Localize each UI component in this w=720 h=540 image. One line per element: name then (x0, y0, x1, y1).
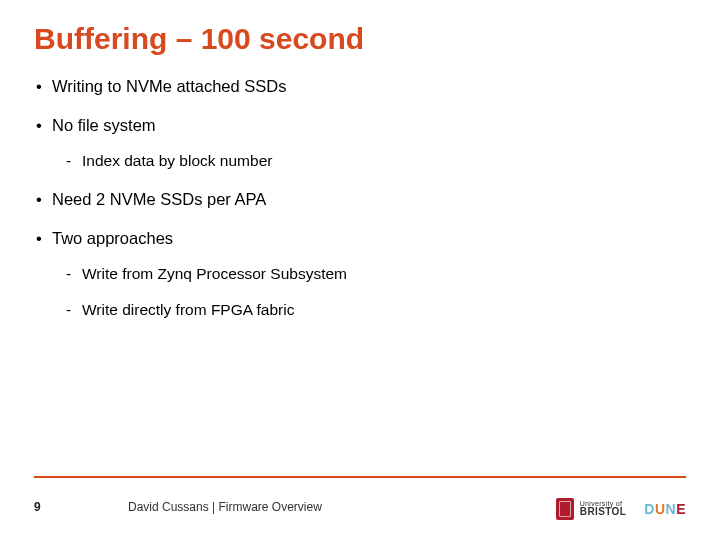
sub-text: Write directly from FPGA fabric (82, 301, 294, 318)
sub-text: Write from Zynq Processor Subsystem (82, 265, 347, 282)
dune-u: U (655, 501, 666, 517)
footer-credit: David Cussans | Firmware Overview (128, 500, 322, 514)
sub-text: Index data by block number (82, 152, 272, 169)
bullet-list: Writing to NVMe attached SSDs No file sy… (34, 76, 686, 320)
sub-item: Write from Zynq Processor Subsystem (66, 264, 686, 284)
bullet-item: No file system Index data by block numbe… (36, 115, 686, 171)
sub-list: Write from Zynq Processor Subsystem Writ… (36, 264, 686, 320)
bullet-item: Writing to NVMe attached SSDs (36, 76, 686, 97)
bullet-item: Two approaches Write from Zynq Processor… (36, 228, 686, 320)
bullet-text: Two approaches (52, 229, 173, 247)
bullet-text: No file system (52, 116, 156, 134)
sub-item: Index data by block number (66, 151, 686, 171)
footer-rule (34, 476, 686, 478)
bullet-text: Need 2 NVMe SSDs per APA (52, 190, 266, 208)
uob-logo: University of BRISTOL (556, 498, 627, 520)
dune-d: D (644, 501, 655, 517)
footer-logos: University of BRISTOL DUNE (556, 498, 686, 520)
slide: Buffering – 100 second Writing to NVMe a… (0, 0, 720, 540)
sub-item: Write directly from FPGA fabric (66, 300, 686, 320)
dune-logo: DUNE (644, 501, 686, 517)
slide-footer: 9 David Cussans | Firmware Overview Univ… (0, 484, 720, 520)
page-number: 9 (34, 500, 41, 514)
bullet-text: Writing to NVMe attached SSDs (52, 77, 286, 95)
uob-logo-text: University of BRISTOL (580, 500, 627, 518)
bullet-item: Need 2 NVMe SSDs per APA (36, 189, 686, 210)
sub-list: Index data by block number (36, 151, 686, 171)
uob-name: BRISTOL (580, 507, 627, 518)
slide-title: Buffering – 100 second (34, 22, 686, 56)
slide-body: Writing to NVMe attached SSDs No file sy… (34, 76, 686, 320)
uob-crest-icon (556, 498, 574, 520)
dune-n: N (666, 501, 677, 517)
dune-e: E (676, 501, 686, 517)
